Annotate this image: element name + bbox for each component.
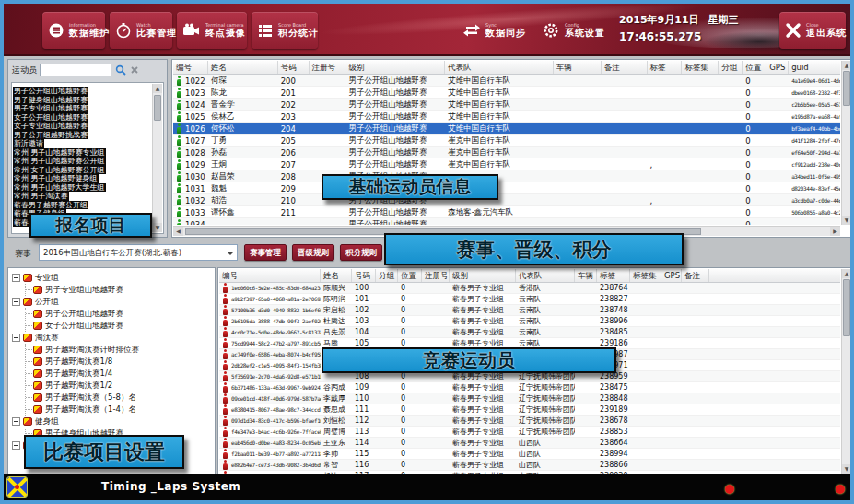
list-item[interactable]: 男子健身组山地越野赛 (13, 93, 152, 102)
scroll-down-icon[interactable]: ▼ (842, 216, 851, 225)
column-header[interactable]: 车辆 (575, 269, 597, 282)
nav-finish-camera-button[interactable]: Terminal camera终点摄像 (177, 12, 247, 49)
column-header[interactable]: 位置 (743, 61, 766, 74)
column-header[interactable]: 级别 (450, 269, 516, 282)
scroll-up-icon[interactable]: ▲ (153, 84, 162, 93)
tree-leaf[interactable]: 男子越野淘汰赛（5-8）名 (26, 392, 213, 404)
tree-leaf[interactable]: 男子越野淘汰赛（1-4）名 (26, 404, 213, 416)
list-item[interactable]: 男子公开组山地越野赛 (13, 84, 152, 93)
athlete-list-scrollbar[interactable]: ▲ ▼ (152, 84, 162, 232)
table-row[interactable]: 1034男子公开组山地越野赛0 (173, 218, 840, 225)
scroll-right-icon[interactable]: ▶ (830, 227, 840, 236)
tree-group[interactable]: 健身组 (12, 416, 213, 428)
collapse-icon[interactable] (12, 334, 20, 342)
table-row[interactable]: 1024晋金学202男子公开组山地越野赛艾维中国自行车队0c2b5b5ee-05… (173, 99, 840, 111)
table-row[interactable]: 57100b36-d3d0-4949-8832-1b6ef69c383c宋启松1… (219, 305, 840, 316)
column-header[interactable]: 标签集 (682, 61, 719, 74)
promotion-rules-button[interactable]: 晋级规则 (292, 244, 334, 261)
table-row[interactable]: 1022何琛200男子公开组山地越野赛艾维中国自行车队04a1e69e4-06d… (173, 75, 840, 87)
base-table-vscrollbar[interactable]: ▲ ▼ (841, 61, 851, 225)
tree-leaf[interactable]: 男子专业组山地越野赛 (26, 284, 213, 296)
table-row[interactable]: 097d1d34-83c0-417c-b596-bfaef106735f刘恒松1… (219, 416, 840, 427)
points-rules-button[interactable]: 积分规则 (340, 244, 382, 261)
tree-leaf[interactable]: 女子公开组山地越野赛 (26, 320, 213, 332)
list-item[interactable]: 女子专业组山地越野赛 (13, 119, 152, 128)
tree-leaf[interactable]: 男子越野淘汰赛计时排位赛 (26, 344, 213, 356)
event-management-button[interactable]: 赛事管理 (244, 244, 287, 261)
list-item[interactable]: 常州 男子山地越野赛公开组 (13, 154, 152, 163)
column-header[interactable]: 标签集 (630, 269, 661, 282)
list-item[interactable]: 常州 男子山地越野赛专业组 (13, 146, 152, 155)
table-row[interactable]: 1027丁勇205男子公开组山地越野赛崔克中国自行车队0d41f1284-2fb… (173, 135, 840, 147)
list-item[interactable]: 男子专业组山地越野赛 (13, 101, 152, 111)
collapse-icon[interactable] (12, 441, 20, 450)
table-row[interactable]: e88264e7-ce73-43d6-9082-364d6d97579d常智11… (219, 460, 840, 471)
tree-leaf[interactable]: 男子公开组山地越野赛 (26, 308, 213, 320)
tree-group[interactable]: 公开组 (12, 296, 213, 308)
column-header[interactable]: 号码 (352, 269, 376, 282)
column-header[interactable]: 姓名 (208, 61, 278, 74)
table-row[interactable]: 1032胡浩210男子公开组山地越野赛,0a3cdb0a7-c0de-44d5-… (173, 194, 840, 206)
column-header[interactable]: 标签 (597, 269, 630, 282)
column-header[interactable]: guid (789, 61, 840, 74)
table-row[interactable]: a9b2f397-65a0-4068-a81a-2e7069366978陈明润1… (219, 294, 840, 305)
list-item[interactable]: 男子公开组越野挑战赛 (13, 128, 152, 137)
competition-table-vscrollbar[interactable]: ▲ ▼ (841, 269, 851, 474)
list-item[interactable]: 常州 男子山地越野大学生组 (13, 181, 152, 190)
column-header[interactable]: 位置 (398, 269, 422, 282)
search-icon[interactable] (115, 64, 126, 76)
tree-leaf[interactable]: 男子越野淘汰赛1/8 (26, 356, 213, 368)
table-row[interactable]: f4e347e3-b4ac-4c6b-926e-7ffacebebc87周璧博1… (219, 427, 840, 438)
column-header[interactable]: 代表队 (516, 269, 575, 282)
column-header[interactable]: 注册号 (310, 61, 346, 74)
table-row[interactable]: 6b371486-133a-463d-9967-9eb9247b85ea谷丙成1… (219, 382, 840, 393)
column-header[interactable]: GPS (766, 61, 789, 74)
table-row[interactable]: f2baa011-be39-4b77-a892-a77211849000李帅11… (219, 449, 840, 460)
column-header[interactable]: 注册号 (422, 269, 450, 282)
column-header[interactable]: 编号 (219, 269, 321, 282)
scroll-left-icon[interactable]: ◀ (173, 227, 183, 236)
nav-data-maintenance-button[interactable]: Information数据维护 (42, 12, 105, 49)
tree-leaf[interactable]: 男子越野淘汰赛1/4 (26, 368, 213, 380)
table-row[interactable]: 1ed060c6-5e2e-485c-83d0-684a23f56029陈顺兴1… (219, 283, 840, 294)
scroll-up-icon[interactable]: ▲ (842, 269, 851, 278)
collapse-icon[interactable] (12, 417, 20, 426)
table-row[interactable]: e8380415-8067-48ae-98c7-344ccd7a044e聂思成1… (219, 404, 840, 416)
collapse-icon[interactable] (12, 274, 20, 282)
nav-match-management-button[interactable]: Watch比赛管理 (110, 12, 172, 49)
table-row[interactable]: 1031魏魁209男子公开组山地越野赛0d820344e-83ef-45eb-9 (173, 182, 840, 194)
table-row[interactable]: 1025侯林乙203男子公开组山地越野赛艾维中国自行车队0e195d87a-ea… (173, 111, 840, 123)
table-row[interactable]: 09ce01cd-418f-40d6-979d-587b7ae29cae李戴厚1… (219, 393, 840, 404)
table-row[interactable]: 1028孙磊206男子公开组山地越野赛崔克中国自行车队0ef64e50f-294… (173, 147, 840, 158)
scroll-up-icon[interactable]: ▲ (842, 61, 851, 70)
sync-button[interactable]: Sync数据同步 (457, 12, 529, 49)
athlete-search-input[interactable] (40, 64, 111, 76)
table-row[interactable]: 1026何怀松204男子公开组山地越野赛艾维中国自行车队0bf3aeaf4-40… (173, 123, 840, 135)
nav-score-statistics-button[interactable]: Score Board积分统计 (252, 12, 318, 49)
column-header[interactable]: 分组 (719, 61, 743, 74)
table-row[interactable]: 1023陈龙201男子公开组山地越野赛艾维中国自行车队0dbee0168-233… (173, 87, 840, 99)
column-header[interactable]: GPS (661, 269, 682, 282)
table-row[interactable]: 4cd0c71e-5d0e-48de-9667-5c81374d35f7吕先景1… (219, 327, 840, 338)
tree-group[interactable]: 淘汰赛 (12, 332, 213, 344)
tree-leaf[interactable]: 男子越野淘汰赛1/2 (26, 380, 213, 392)
column-header[interactable]: 姓名 (321, 269, 352, 282)
column-header[interactable]: 分组 (376, 269, 398, 282)
column-header[interactable]: 备注 (682, 269, 709, 282)
collapse-icon[interactable] (12, 298, 20, 306)
list-item[interactable]: 蕲春男子越野赛公开组 (13, 198, 152, 207)
column-header[interactable]: 车辆 (554, 61, 602, 74)
table-row[interactable]: 1029王炯207男子公开组山地越野赛崔克中国自行车队,0cf912add-23… (173, 158, 840, 170)
table-row[interactable]: 1030赵昌荣208男子公开组山地越野赛0a34bed11-0f5e-495c-… (173, 170, 840, 182)
scroll-down-icon[interactable]: ▼ (153, 223, 162, 232)
table-row[interactable]: 1033谭怀鑫211男子公开组山地越野赛森地客-鑫元汽车队0506b0856-a… (173, 206, 840, 218)
column-header[interactable]: 标签 (648, 61, 683, 74)
exit-button[interactable]: Close退出系统 (779, 12, 846, 49)
column-header[interactable]: 级别 (345, 61, 445, 74)
column-header[interactable]: 号码 (278, 61, 310, 74)
clear-search-icon[interactable] (130, 65, 139, 75)
list-item[interactable]: 常州 女子山地越野赛公开组 (13, 163, 152, 172)
column-header[interactable]: 代表队 (445, 61, 554, 74)
scroll-down-icon[interactable]: ▼ (842, 464, 851, 474)
config-button[interactable]: Config系统设置 (536, 12, 610, 49)
